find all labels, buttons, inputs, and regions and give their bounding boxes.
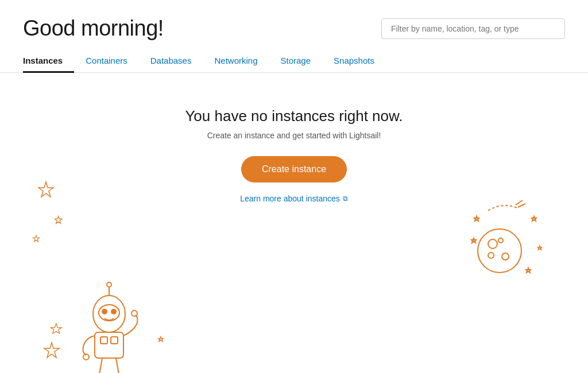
svg-point-9 xyxy=(99,305,119,321)
svg-rect-15 xyxy=(100,337,107,344)
svg-point-13 xyxy=(111,309,116,314)
robot-illustration xyxy=(83,282,138,373)
svg-marker-25 xyxy=(532,216,536,221)
svg-point-18 xyxy=(131,310,137,316)
tab-networking[interactable]: Networking xyxy=(203,50,269,73)
svg-point-19 xyxy=(478,229,521,273)
svg-marker-24 xyxy=(474,216,479,221)
svg-marker-4 xyxy=(51,324,61,333)
tab-containers[interactable]: Containers xyxy=(74,50,139,73)
svg-point-20 xyxy=(488,239,497,248)
greeting: Good morning! xyxy=(23,16,164,41)
svg-marker-28 xyxy=(538,246,541,250)
empty-title: You have no instances right now. xyxy=(185,107,403,125)
tab-storage[interactable]: Storage xyxy=(269,50,323,73)
svg-marker-1 xyxy=(55,216,62,224)
planet-illustration xyxy=(471,200,541,273)
external-link-icon: ⧉ xyxy=(343,195,348,203)
learn-more-label: Learn more about instances xyxy=(240,194,340,203)
svg-rect-14 xyxy=(95,332,123,358)
svg-marker-2 xyxy=(33,235,39,242)
empty-subtitle: Create an instance and get started with … xyxy=(207,131,381,140)
tab-instances[interactable]: Instances xyxy=(23,50,74,73)
learn-more-link[interactable]: Learn more about instances ⧉ xyxy=(240,194,348,203)
filter-input[interactable] xyxy=(381,18,565,39)
main-content: You have no instances right now. Create … xyxy=(0,73,588,203)
svg-marker-26 xyxy=(471,238,476,243)
svg-point-17 xyxy=(83,354,89,360)
svg-rect-16 xyxy=(111,337,118,344)
svg-marker-27 xyxy=(526,268,531,273)
tab-snapshots[interactable]: Snapshots xyxy=(322,50,386,73)
svg-marker-3 xyxy=(44,343,59,358)
svg-point-11 xyxy=(107,282,111,287)
create-instance-button[interactable]: Create instance xyxy=(241,156,347,182)
svg-point-21 xyxy=(502,253,509,260)
svg-point-22 xyxy=(498,238,503,243)
header: Good morning! xyxy=(0,0,588,50)
svg-point-12 xyxy=(102,309,107,314)
nav-tabs: Instances Containers Databases Networkin… xyxy=(0,50,588,73)
tab-databases[interactable]: Databases xyxy=(139,50,203,73)
svg-marker-0 xyxy=(38,182,53,197)
svg-point-23 xyxy=(488,252,494,258)
svg-marker-7 xyxy=(158,337,163,341)
svg-point-8 xyxy=(93,296,125,332)
